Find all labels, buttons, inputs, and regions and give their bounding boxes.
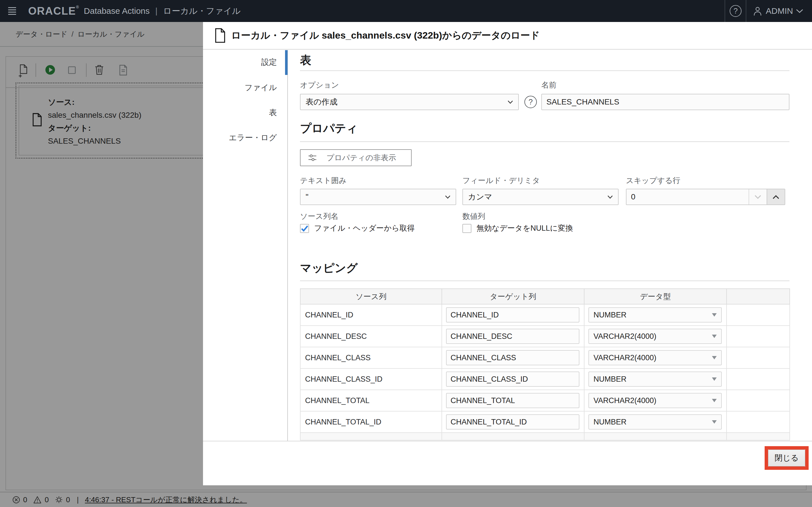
close-button[interactable]: 閉じる	[768, 450, 805, 466]
triangle-down-icon	[712, 356, 717, 359]
option-label: オプション	[300, 80, 339, 90]
table-row: CHANNEL_CLASS VARCHAR2(4000)	[300, 347, 790, 369]
chevron-down-icon	[796, 9, 803, 13]
field-delimiter-label: フィールド・デリミタ	[462, 175, 540, 186]
triangle-down-icon	[712, 420, 717, 424]
text-enclosure-label: テキスト囲み	[300, 175, 347, 186]
user-menu[interactable]: ADMIN	[753, 0, 803, 22]
table-row: CHANNEL_DESC VARCHAR2(4000)	[300, 326, 790, 347]
row-empty-cell	[726, 390, 790, 411]
source-column: CHANNEL_DESC	[300, 326, 442, 347]
option-select-value: 表の作成	[306, 97, 338, 107]
mapping-header-row: ソース列 ターゲット列 データ型	[300, 289, 790, 304]
triangle-down-icon	[712, 399, 717, 402]
target-column-input[interactable]	[446, 414, 579, 430]
topbar-separator	[725, 0, 725, 22]
hamburger-icon[interactable]	[8, 6, 16, 15]
col-header-target: ターゲット列	[442, 289, 584, 304]
file-icon	[214, 28, 225, 43]
source-column: CHANNEL_TOTAL_ID	[300, 411, 442, 433]
person-icon	[753, 6, 762, 16]
skip-rows-label: スキップする行	[626, 175, 680, 186]
target-column-input[interactable]	[446, 307, 579, 323]
hide-properties-label: プロパティの非表示	[326, 153, 396, 163]
datatype-select[interactable]: VARCHAR2(4000)	[589, 393, 722, 408]
source-column: CHANNEL_TOTAL	[300, 390, 442, 411]
source-column: CHANNEL_CLASS	[300, 347, 442, 369]
table-row: CHANNEL_CLASS_ID NUMBER	[300, 369, 790, 390]
field-delimiter-select[interactable]: カンマ	[462, 189, 619, 205]
skip-rows-value[interactable]: 0	[626, 189, 749, 205]
option-select[interactable]: 表の作成	[300, 94, 519, 110]
convert-null-checkbox[interactable]	[462, 224, 471, 233]
topbar-separator	[746, 0, 746, 22]
option-help-icon[interactable]: ?	[524, 96, 537, 108]
close-button-highlight: 閉じる	[765, 446, 809, 470]
skip-rows-stepper: 0	[626, 189, 785, 205]
table-row: CHANNEL_TOTAL VARCHAR2(4000)	[300, 390, 790, 411]
topbar-divider: |	[155, 6, 158, 16]
datatype-value: NUMBER	[594, 375, 626, 384]
text-enclosure-select[interactable]: "	[300, 189, 456, 205]
chevron-down-icon	[445, 195, 451, 199]
row-empty-cell	[726, 347, 790, 369]
nav-divider	[287, 50, 288, 441]
row-empty-cell	[726, 369, 790, 390]
mapping-heading: マッピング	[300, 260, 358, 276]
nav-item-error-log[interactable]: エラー・ログ	[203, 132, 277, 144]
source-column: CHANNEL_CLASS_ID	[300, 369, 442, 390]
field-delimiter-value: カンマ	[468, 191, 492, 202]
convert-null-checkbox-label[interactable]: 無効なデータをNULLに変換	[476, 223, 581, 234]
nav-item-file[interactable]: ファイル	[203, 82, 277, 93]
datatype-select[interactable]: NUMBER	[589, 307, 722, 323]
triangle-down-icon	[712, 313, 717, 317]
section-divider	[300, 70, 790, 71]
datatype-value: VARCHAR2(4000)	[594, 396, 656, 405]
file-header-checkbox[interactable]	[300, 224, 309, 233]
help-icon[interactable]: ?	[730, 5, 742, 17]
user-name: ADMIN	[766, 6, 793, 16]
target-column-input[interactable]	[446, 350, 579, 365]
datatype-value: VARCHAR2(4000)	[594, 353, 656, 362]
name-label: 名前	[541, 80, 557, 90]
oracle-logo: ORACLE®	[28, 5, 79, 17]
datatype-select[interactable]: NUMBER	[589, 414, 722, 430]
col-header-datatype: データ型	[584, 289, 726, 304]
numeric-columns-label: 数値列	[462, 211, 485, 221]
file-header-checkbox-label[interactable]: ファイル・ヘッダーから取得	[314, 223, 418, 234]
mapping-table: ソース列 ターゲット列 データ型 CHANNEL_ID NUMBER CHANN…	[300, 288, 790, 441]
triangle-down-icon	[712, 335, 717, 338]
section-divider	[300, 142, 790, 142]
nav-item-settings[interactable]: 設定	[203, 57, 277, 68]
chevron-down-icon	[607, 195, 613, 199]
section-divider	[300, 281, 790, 281]
datatype-select[interactable]: VARCHAR2(4000)	[589, 350, 722, 365]
table-section-heading: 表	[300, 52, 311, 68]
table-row-partial	[300, 433, 790, 440]
top-bar: ORACLE® Database Actions | ローカル・ファイル ? A…	[0, 0, 812, 22]
triangle-down-icon	[712, 378, 717, 381]
target-column-input[interactable]	[446, 329, 579, 344]
check-icon	[300, 224, 309, 233]
properties-heading: プロパティ	[300, 121, 358, 136]
datatype-value: VARCHAR2(4000)	[594, 332, 656, 341]
step-up-button[interactable]	[767, 189, 784, 205]
datatype-select[interactable]: NUMBER	[589, 372, 722, 387]
datatype-select[interactable]: VARCHAR2(4000)	[589, 329, 722, 344]
target-column-input[interactable]	[446, 372, 579, 387]
target-column-input[interactable]	[446, 393, 579, 408]
row-empty-cell	[726, 326, 790, 347]
row-empty-cell	[726, 304, 790, 326]
active-nav-indicator	[285, 50, 288, 75]
table-row: CHANNEL_ID NUMBER	[300, 304, 790, 326]
step-down-button[interactable]	[749, 189, 767, 205]
nav-item-table[interactable]: 表	[203, 107, 277, 118]
topbar-context: ローカル・ファイル	[163, 5, 241, 17]
row-empty-cell	[726, 411, 790, 433]
col-header-empty	[726, 289, 790, 304]
dialog-title: ローカル・ファイル sales_channels.csv (322b)からのデー…	[231, 29, 540, 42]
source-column: CHANNEL_ID	[300, 304, 442, 326]
hide-properties-button[interactable]: プロパティの非表示	[300, 149, 412, 166]
col-header-source: ソース列	[300, 289, 442, 304]
table-name-input[interactable]	[541, 94, 790, 110]
